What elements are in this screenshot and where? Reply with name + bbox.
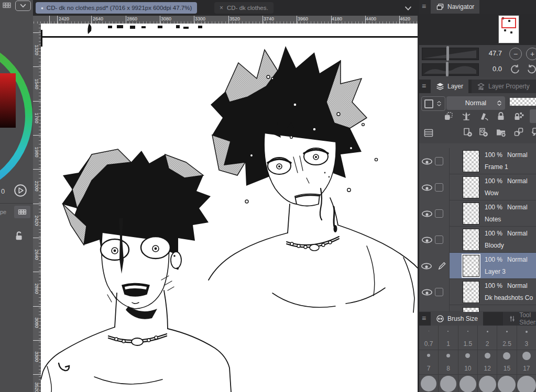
lock-transparent-pixels-icon[interactable] [513,111,524,121]
film-icon [18,208,27,216]
close-icon[interactable]: × [220,4,223,12]
blend-mode-select[interactable]: Normal [446,96,505,110]
reference-layer-icon[interactable] [461,111,472,121]
brush-size-option[interactable]: 0.7 [419,326,438,350]
layer-row[interactable]: 100 %NormalFrame 1 [419,148,536,174]
tab-document-active[interactable]: ● CD- dk no clothes.psd* (7016 x 9921px … [36,2,197,14]
rotate-slider-handle[interactable] [446,62,449,76]
panel-menu-icon[interactable]: ≡ [422,82,426,90]
visibility-eye-icon[interactable] [419,262,434,270]
visibility-eye-icon[interactable] [419,184,435,192]
brush-size-option[interactable]: 40 [419,375,438,392]
tab-label: CD- dk clothes. [227,5,268,11]
zoom-slider[interactable] [422,48,479,60]
collapse-button[interactable] [15,1,31,11]
layer-row-selected[interactable]: 100 %NormalLayer 3 [419,253,536,279]
layer-checkbox[interactable] [435,236,443,244]
new-folder-icon[interactable] [496,127,506,137]
palette-color-button[interactable] [421,96,445,111]
layers-icon [436,82,444,91]
tab-layer-property[interactable]: Layer Property [472,80,536,93]
canvas[interactable] [41,24,418,392]
brush-size-option[interactable]: 15 [497,350,516,374]
navigator-thumbnail[interactable] [499,16,519,43]
artwork-manga-sketch [41,24,418,392]
document-tab-bar: ● CD- dk no clothes.psd* (7016 x 9921px … [33,0,419,16]
layer-checkbox[interactable] [435,209,443,218]
layer-checkbox[interactable] [435,183,443,192]
layer-palette-options-icon[interactable] [423,128,434,138]
chevron-down-icon [19,2,27,10]
brush-size-icon [436,315,444,323]
rotate-ccw-button[interactable] [509,63,521,75]
zoom-slider-handle[interactable] [446,46,449,61]
visibility-eye-icon[interactable] [419,210,435,218]
merge-down-icon[interactable] [530,127,536,137]
left-tool-panel: 0 pe [0,0,33,392]
rotate-slider[interactable] [422,63,479,76]
panel-menu-icon[interactable]: ≡ [422,314,426,322]
layer-thumbnail[interactable] [463,151,479,172]
brush-size-option[interactable]: 2.5 [497,326,516,350]
panel-menu-icon[interactable]: ≡ [422,2,426,10]
chevron-up-down-icon [496,99,502,107]
tab-brush-size[interactable]: Brush Size [431,312,483,326]
lock-layer-icon[interactable] [496,111,506,121]
brush-size-option[interactable]: 17 [517,350,536,374]
layer-row[interactable]: 100 %NormalNotes [419,200,536,227]
spinner-icon[interactable] [436,99,442,108]
opacity-slider[interactable] [510,98,536,106]
tab-layer[interactable]: Layer [431,80,468,93]
clip-studio-paint-window: 0 pe ● CD- dk no clothes.psd* (7016 x 99… [0,0,536,392]
new-raster-layer-icon[interactable] [462,127,473,137]
layer-property-icon [477,82,485,91]
brush-size-option[interactable]: 2 [478,326,497,350]
brush-size-option[interactable]: 10 [458,350,477,374]
color-wheel[interactable] [0,32,33,184]
brush-size-option[interactable]: 7 [419,350,438,374]
brush-size-option[interactable]: 100 [517,375,536,392]
navigator-view-rect[interactable] [501,18,516,28]
brush-size-option[interactable]: 50 [439,375,457,392]
layer-thumbnail[interactable] [463,203,479,224]
navigator-controls: 47.7 − + 0.0 [419,45,536,77]
brush-size-option[interactable]: 1.5 [458,326,477,350]
layer-row[interactable]: 100 %NormalBloody [419,227,536,253]
zoom-out-button[interactable]: − [509,48,522,60]
tab-list-chevron-icon[interactable] [403,4,413,13]
brush-size-option[interactable]: 3 [517,326,536,350]
right-dock: ≡ Navigator 47.7 − + [419,0,536,392]
brush-size-option[interactable]: 1 [439,326,457,350]
brush-size-option[interactable]: 80 [497,375,516,392]
layer-thumbnail[interactable] [463,255,479,276]
layer-row[interactable]: «·» 100 %NormalDk headshots Co [419,279,536,305]
brush-size-option[interactable]: 70 [478,375,497,392]
unlock-icon[interactable] [13,230,24,241]
layer-name: Wow [485,189,498,197]
layer-row[interactable]: 100 %NormalWow [419,174,536,200]
visibility-eye-icon[interactable] [419,158,435,165]
transfer-layer-icon[interactable] [513,127,524,137]
brush-size-option[interactable]: 60 [458,375,477,392]
visibility-eye-icon[interactable] [419,288,435,296]
draft-layer-icon[interactable] [478,111,489,121]
rotate-cw-button[interactable] [526,63,536,75]
clip-to-layer-below-icon[interactable] [443,111,454,121]
layer-thumbnail[interactable] [463,177,479,198]
brush-size-option[interactable]: 12 [478,350,497,374]
enable-mask-button-clipped[interactable] [530,109,536,123]
zoom-in-button[interactable]: + [526,48,536,60]
brush-size-option[interactable]: 8 [439,350,457,374]
tab-document-inactive[interactable]: × CD- dk clothes. [214,2,274,14]
tab-tool-sliders[interactable]: Tool Sliders [503,312,536,326]
layer-thumbnail[interactable]: «·» [463,282,479,303]
layer-thumbnail[interactable] [463,229,479,250]
timeline-icon[interactable] [2,2,12,9]
layer-checkbox[interactable] [435,157,443,165]
play-button[interactable] [14,184,27,197]
layer-checkbox[interactable] [435,288,443,296]
new-vector-layer-icon[interactable] [478,127,488,137]
tab-navigator[interactable]: Navigator [431,0,479,14]
timeline-button[interactable] [14,206,30,218]
visibility-eye-icon[interactable] [419,236,435,244]
